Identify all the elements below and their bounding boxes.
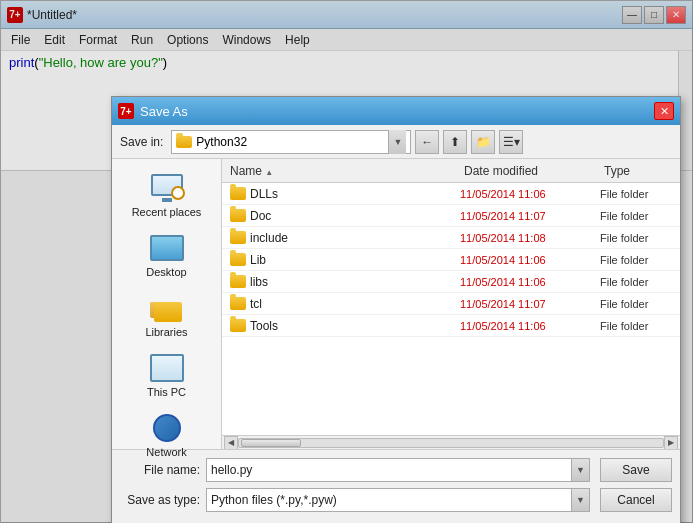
- sidebar-label-network: Network: [146, 446, 186, 458]
- folder-icon: [230, 297, 246, 310]
- views-button[interactable]: ☰▾: [499, 130, 523, 154]
- sidebar-label-recent: Recent places: [132, 206, 202, 218]
- footer-btn-col: Save: [600, 458, 672, 482]
- file-date-cell: 11/05/2014 11:06: [460, 254, 600, 266]
- filename-input[interactable]: [206, 458, 572, 482]
- savetype-row: Save as type: Python files (*.py,*.pyw) …: [120, 488, 672, 512]
- file-date-cell: 11/05/2014 11:06: [460, 276, 600, 288]
- filename-dropdown-btn[interactable]: ▼: [572, 458, 590, 482]
- folder-icon: [230, 253, 246, 266]
- savetype-label: Save as type:: [120, 493, 200, 507]
- cancel-button[interactable]: Cancel: [600, 488, 672, 512]
- file-name-cell: libs: [222, 275, 460, 289]
- sidebar-label-libraries: Libraries: [145, 326, 187, 338]
- scroll-right-arrow[interactable]: ▶: [664, 436, 678, 450]
- libraries-icon: [147, 292, 187, 324]
- file-name-cell: Doc: [222, 209, 460, 223]
- thispc-icon: [147, 352, 187, 384]
- table-row[interactable]: DLLs 11/05/2014 11:06 File folder: [222, 183, 680, 205]
- file-name-cell: Tools: [222, 319, 460, 333]
- file-name-cell: include: [222, 231, 460, 245]
- sidebar-item-thispc[interactable]: This PC: [122, 347, 212, 403]
- file-date-cell: 11/05/2014 11:06: [460, 320, 600, 332]
- new-folder-button[interactable]: 📁: [471, 130, 495, 154]
- dialog-app-icon: 7+: [118, 103, 134, 119]
- folder-icon: [230, 319, 246, 332]
- savetype-dropdown-btn[interactable]: ▼: [572, 488, 590, 512]
- folder-icon: [230, 209, 246, 222]
- file-list: DLLs 11/05/2014 11:06 File folder Doc 11…: [222, 183, 680, 435]
- file-type-cell: File folder: [600, 276, 680, 288]
- file-type-cell: File folder: [600, 320, 680, 332]
- up-button[interactable]: ⬆: [443, 130, 467, 154]
- folder-dropdown-arrow[interactable]: ▼: [388, 130, 406, 154]
- sidebar-item-desktop[interactable]: Desktop: [122, 227, 212, 283]
- footer-cancel-col: Cancel: [600, 488, 672, 512]
- file-name-cell: Lib: [222, 253, 460, 267]
- file-type-cell: File folder: [600, 232, 680, 244]
- table-row[interactable]: libs 11/05/2014 11:06 File folder: [222, 271, 680, 293]
- sidebar-label-thispc: This PC: [147, 386, 186, 398]
- filename-input-wrap: ▼: [206, 458, 590, 482]
- table-row[interactable]: include 11/05/2014 11:08 File folder: [222, 227, 680, 249]
- sidebar-item-recent[interactable]: Recent places: [122, 167, 212, 223]
- filename-label: File name:: [120, 463, 200, 477]
- current-folder: Python32: [196, 135, 384, 149]
- dialog-toolbar: Save in: Python32 ▼ ← ⬆ 📁 ☰▾: [112, 125, 680, 159]
- sidebar-label-desktop: Desktop: [146, 266, 186, 278]
- save-in-label: Save in:: [120, 135, 163, 149]
- col-name-header[interactable]: Name ▲: [222, 164, 460, 178]
- folder-icon: [176, 136, 192, 148]
- folder-icon: [230, 187, 246, 200]
- recent-places-icon: [147, 172, 187, 204]
- dialog-overlay: 7+ Save As ✕ Save in: Python32 ▼ ← ⬆ 📁 ☰…: [1, 1, 693, 523]
- scrollbar-thumb[interactable]: [241, 439, 301, 447]
- folder-select[interactable]: Python32 ▼: [171, 130, 411, 154]
- sort-arrow: ▲: [265, 168, 273, 177]
- save-as-dialog: 7+ Save As ✕ Save in: Python32 ▼ ← ⬆ 📁 ☰…: [111, 96, 681, 523]
- dialog-title-bar: 7+ Save As ✕: [112, 97, 680, 125]
- sidebar-panel: Recent places Desktop: [112, 159, 222, 449]
- folder-icon: [230, 275, 246, 288]
- file-type-cell: File folder: [600, 188, 680, 200]
- file-name-cell: DLLs: [222, 187, 460, 201]
- file-date-cell: 11/05/2014 11:07: [460, 210, 600, 222]
- file-date-cell: 11/05/2014 11:08: [460, 232, 600, 244]
- table-row[interactable]: Lib 11/05/2014 11:06 File folder: [222, 249, 680, 271]
- table-row[interactable]: Doc 11/05/2014 11:07 File folder: [222, 205, 680, 227]
- sidebar-item-libraries[interactable]: Libraries: [122, 287, 212, 343]
- savetype-input-wrap: Python files (*.py,*.pyw) ▼: [206, 488, 590, 512]
- table-row[interactable]: tcl 11/05/2014 11:07 File folder: [222, 293, 680, 315]
- file-date-cell: 11/05/2014 11:06: [460, 188, 600, 200]
- dialog-title-left: 7+ Save As: [118, 103, 188, 119]
- savetype-display: Python files (*.py,*.pyw): [206, 488, 572, 512]
- dialog-body: Recent places Desktop: [112, 159, 680, 449]
- desktop-icon: [147, 232, 187, 264]
- scroll-left-arrow[interactable]: ◀: [224, 436, 238, 450]
- col-type-header[interactable]: Type: [600, 164, 680, 178]
- file-name-cell: tcl: [222, 297, 460, 311]
- file-list-header: Name ▲ Date modified Type: [222, 159, 680, 183]
- file-type-cell: File folder: [600, 298, 680, 310]
- file-type-cell: File folder: [600, 210, 680, 222]
- file-list-panel: Name ▲ Date modified Type: [222, 159, 680, 449]
- file-type-cell: File folder: [600, 254, 680, 266]
- dialog-title: Save As: [140, 104, 188, 119]
- scrollbar-track[interactable]: [238, 438, 664, 448]
- network-icon: [147, 412, 187, 444]
- main-window: 7+ *Untitled* — □ ✕ File Edit Format Run…: [0, 0, 693, 523]
- back-button[interactable]: ←: [415, 130, 439, 154]
- file-date-cell: 11/05/2014 11:07: [460, 298, 600, 310]
- col-date-header[interactable]: Date modified: [460, 164, 600, 178]
- horizontal-scrollbar[interactable]: ◀ ▶: [222, 435, 680, 449]
- save-button[interactable]: Save: [600, 458, 672, 482]
- table-row[interactable]: Tools 11/05/2014 11:06 File folder: [222, 315, 680, 337]
- folder-icon: [230, 231, 246, 244]
- savetype-value: Python files (*.py,*.pyw): [211, 493, 337, 507]
- sidebar-item-network[interactable]: Network: [122, 407, 212, 463]
- dialog-close-button[interactable]: ✕: [654, 102, 674, 120]
